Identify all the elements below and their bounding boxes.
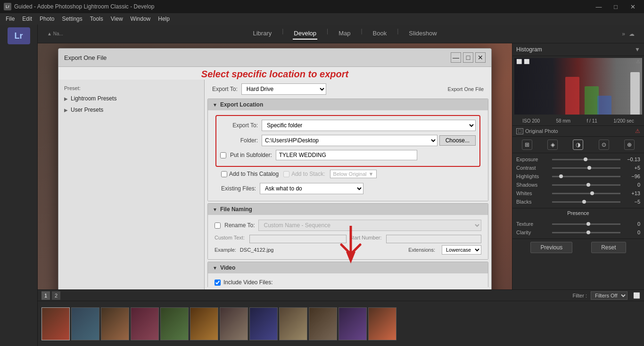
include-video-checkbox[interactable] [215, 280, 221, 286]
film-thumb-12[interactable] [368, 307, 396, 340]
lens-tool-icon[interactable]: ⊕ [624, 140, 635, 150]
preset-user[interactable]: ▶ User Presets [58, 104, 204, 115]
maximize-btn[interactable]: □ [608, 1, 623, 12]
subfolder-label: Put in Subfolder: [230, 152, 272, 158]
more-icon[interactable]: » [622, 31, 625, 37]
preset-lightroom[interactable]: ▶ Lightroom Presets [58, 93, 204, 104]
menu-settings[interactable]: Settings [58, 15, 86, 23]
export-dialog: Export One File — □ ✕ Select specific lo… [58, 48, 492, 289]
subfolder-input[interactable] [276, 150, 417, 160]
blacks-slider[interactable] [552, 201, 620, 203]
previous-button[interactable]: Previous [530, 242, 572, 253]
texture-slider[interactable] [552, 223, 620, 225]
rename-select[interactable]: Custom Name - Sequence [258, 220, 481, 231]
highlights-slider[interactable] [552, 176, 620, 177]
annotation-top-text: Select specific location to export [201, 69, 348, 79]
film-thumb-6[interactable] [190, 307, 218, 340]
dialog-maximize[interactable]: □ [463, 52, 473, 63]
film-thumb-8[interactable] [249, 307, 278, 340]
tab-develop[interactable]: Develop [293, 28, 317, 40]
extensions-label: Extensions: [408, 247, 435, 253]
custom-text-input[interactable] [249, 235, 347, 243]
filter-expand-icon: ⬜ [633, 292, 640, 299]
section-title-video: Video [220, 264, 235, 271]
tab-map[interactable]: Map [338, 28, 351, 40]
video-arrow-icon: ▼ [213, 265, 217, 271]
contrast-slider[interactable] [552, 167, 620, 169]
filter-select[interactable]: Filters Off [591, 291, 627, 300]
film-thumb-7[interactable] [220, 307, 248, 340]
detail-tool-icon[interactable]: ⊙ [599, 140, 609, 150]
menu-photo[interactable]: Photo [36, 15, 58, 23]
tab-slideshow[interactable]: Slideshow [408, 28, 438, 40]
tab-book[interactable]: Book [372, 28, 388, 40]
blacks-value: −5 [623, 199, 640, 205]
tab-library[interactable]: Library [252, 28, 272, 40]
iso-value: ISO 200 [522, 118, 540, 124]
presence-label: Presence [512, 208, 644, 218]
filmstrip-num-1[interactable]: 1 [41, 291, 50, 300]
reset-button[interactable]: Reset [591, 242, 626, 253]
shadows-slider[interactable] [552, 184, 620, 186]
menu-bar: File Edit Photo Settings Tools View Wind… [0, 13, 644, 25]
export-to-select[interactable]: Hard Drive [241, 83, 326, 95]
film-thumb-9[interactable] [279, 307, 307, 340]
menu-window[interactable]: Window [127, 15, 155, 23]
film-thumb-10[interactable] [309, 307, 337, 340]
subfolder-checkbox[interactable] [220, 152, 226, 158]
cloud-icon: ☁ [629, 31, 635, 37]
film-thumb-5[interactable] [160, 307, 189, 340]
example-value: DSC_4122.jpg [240, 247, 274, 253]
rename-checkbox[interactable] [215, 222, 221, 229]
clarity-slider[interactable] [552, 232, 620, 233]
filmstrip-num-2[interactable]: 2 [52, 291, 60, 300]
section-header-file-naming[interactable]: ▼ File Naming [208, 204, 488, 215]
film-thumb-3[interactable] [101, 307, 129, 340]
menu-help[interactable]: Help [154, 15, 173, 23]
film-thumb-4[interactable] [131, 307, 159, 340]
basic-tool-icon[interactable]: ⊞ [522, 140, 532, 150]
color-tool-icon[interactable]: ◑ [573, 140, 583, 150]
warning-icon: ⚠ [635, 128, 640, 134]
add-to-stack-label: Add to Stack: [291, 171, 325, 177]
histogram-expand-icon[interactable]: ▼ [635, 46, 640, 53]
menu-view[interactable]: View [107, 15, 127, 23]
below-original-select[interactable]: Below Original ▼ [330, 170, 377, 178]
original-photo-checkbox: ☐ [516, 128, 523, 134]
highlights-label: Highlights [516, 173, 549, 179]
menu-edit[interactable]: Edit [18, 15, 36, 23]
exposure-label: Exposure [516, 157, 549, 162]
whites-slider[interactable] [552, 193, 620, 194]
film-thumb-11[interactable] [339, 307, 367, 340]
film-thumb-1[interactable] [41, 307, 70, 340]
choose-folder-button[interactable]: Choose... [439, 135, 476, 146]
dialog-close[interactable]: ✕ [475, 52, 486, 63]
menu-file[interactable]: File [2, 15, 18, 23]
include-video-label: Include Video Files: [223, 279, 273, 286]
export-to-inner-select[interactable]: Specific folder [262, 120, 476, 131]
file-naming-arrow-icon: ▼ [213, 207, 217, 212]
minimize-btn[interactable]: — [591, 1, 606, 12]
filmstrip [38, 301, 644, 346]
start-number-input[interactable] [386, 235, 481, 243]
curve-tool-icon[interactable]: ◈ [547, 140, 558, 150]
dialog-minimize[interactable]: — [451, 52, 461, 63]
add-to-catalog-label: Add to This Catalog [229, 171, 279, 177]
shutter-value: 1/200 sec [613, 118, 634, 124]
add-to-stack-checkbox[interactable] [283, 171, 289, 177]
close-btn[interactable]: ✕ [625, 1, 640, 12]
extensions-select[interactable]: Lowercase Uppercase [442, 245, 481, 255]
camera-info: ISO 200 58 mm f / 11 1/200 sec [512, 116, 644, 126]
existing-files-select[interactable]: Ask what to do [260, 183, 363, 194]
preset-arrow-icon: ▶ [64, 96, 68, 101]
clarity-value: 0 [623, 230, 640, 235]
rename-to-label: Rename To: [224, 222, 255, 229]
export-to-row: Export To: Hard Drive Export One File [205, 80, 491, 99]
menu-tools[interactable]: Tools [86, 15, 107, 23]
film-thumb-2[interactable] [71, 307, 99, 340]
exposure-slider[interactable] [552, 159, 620, 160]
dialog-title: Export One File [64, 54, 107, 61]
folder-select[interactable]: C:\Users\HP\Desktop [262, 135, 438, 146]
add-to-catalog-checkbox[interactable] [221, 171, 227, 177]
section-header-export-location[interactable]: ▼ Export Location [208, 99, 488, 110]
